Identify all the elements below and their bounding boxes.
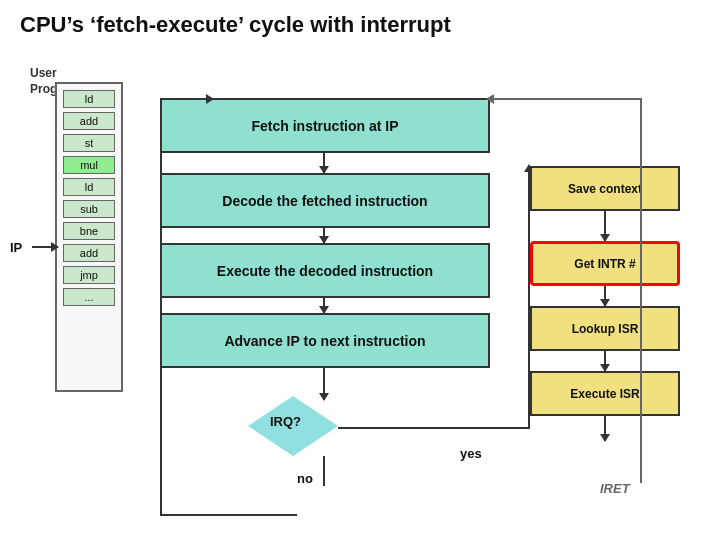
get-intr-box: Get INTR # (530, 241, 680, 286)
no-label: no (297, 471, 313, 486)
ip-label: IP (10, 240, 22, 255)
vc2 (323, 228, 325, 243)
loop-top (160, 98, 210, 100)
prog-item-ld2: ld (63, 178, 115, 196)
prog-item-sub: sub (63, 200, 115, 218)
iret-label: IRET (600, 481, 630, 496)
isr-vc3 (604, 351, 606, 371)
execute-box: Execute the decoded instruction (160, 243, 490, 298)
iret-top-arrow (486, 94, 494, 104)
fetch-box: Fetch instruction at IP (160, 98, 490, 153)
ip-arrow (32, 246, 58, 248)
loop-top-arrow (206, 94, 214, 104)
adv-to-diamond (323, 368, 325, 400)
irq-label: IRQ? (270, 414, 301, 429)
iret-line-top (490, 98, 642, 100)
prog-item-add: add (63, 112, 115, 130)
lookup-isr-box: Lookup ISR (530, 306, 680, 351)
isr-vc1 (604, 211, 606, 241)
prog-item-add2: add (63, 244, 115, 262)
yes-label: yes (460, 446, 482, 461)
prog-item-jmp: jmp (63, 266, 115, 284)
prog-item-bne: bne (63, 222, 115, 240)
vc1 (323, 153, 325, 173)
loop-left (160, 98, 162, 514)
user-program-box: ld add st mul ld sub bne add jmp ... (55, 82, 123, 392)
loop-bottom (160, 514, 297, 516)
main-area: UserProgram ld add st mul ld sub bne add… (0, 46, 720, 536)
yes-h-line (338, 427, 530, 429)
isr-vc4 (604, 416, 606, 441)
iret-line-up (640, 98, 642, 483)
no-down-arrow (323, 456, 325, 486)
advance-box: Advance IP to next instruction (160, 313, 490, 368)
prog-item-st: st (63, 134, 115, 152)
isr-vc2 (604, 286, 606, 306)
prog-item-ld: ld (63, 90, 115, 108)
page-title: CPU’s ‘fetch-execute’ cycle with interru… (0, 0, 720, 46)
prog-item-etc: ... (63, 288, 115, 306)
prog-item-mul: mul (63, 156, 115, 174)
save-context-box: Save context (530, 166, 680, 211)
execute-isr-box: Execute ISR (530, 371, 680, 416)
decode-box: Decode the fetched instruction (160, 173, 490, 228)
vc3 (323, 298, 325, 313)
